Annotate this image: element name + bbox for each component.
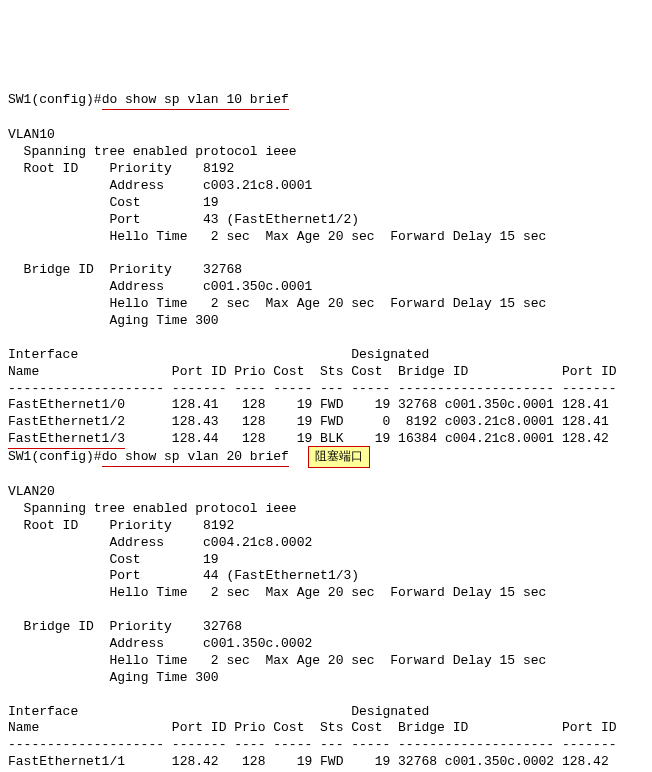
bridge-timers: Hello Time 2 sec Max Age 20 sec Forward …: [109, 296, 546, 311]
port-value: 44 (FastEthernet1/3): [203, 568, 359, 583]
table-header-2: Name Port ID Prio Cost Sts Cost Bridge I…: [8, 364, 617, 379]
port-label: Port: [109, 212, 140, 227]
table-row: FastEthernet1/2 128.43 128 19 FWD 0 8192…: [8, 414, 609, 429]
port-label: Port: [109, 568, 140, 583]
table-separator: -------------------- ------- ---- ----- …: [8, 737, 617, 752]
address-label: Address: [109, 535, 164, 550]
table-row: FastEthernet1/1 128.42 128 19 FWD 19 327…: [8, 754, 609, 769]
root-timers: Hello Time 2 sec Max Age 20 sec Forward …: [109, 585, 546, 600]
priority-value: 8192: [203, 518, 234, 533]
address-value: c003.21c8.0001: [203, 178, 312, 193]
table-row-rest: 19 16384 c004.21c8.0001 128.42: [343, 431, 608, 446]
command-text: do show sp vlan 10 brief: [102, 92, 289, 110]
bridge-timers: Hello Time 2 sec Max Age 20 sec Forward …: [109, 653, 546, 668]
command-text: do show sp vlan 20 brief: [102, 449, 289, 467]
table-separator: -------------------- ------- ---- ----- …: [8, 381, 617, 396]
address-value: c001.350c.0002: [203, 636, 312, 651]
vlan-header: VLAN20: [8, 484, 55, 499]
root-id-label: Root ID: [8, 161, 78, 176]
address-label: Address: [109, 279, 164, 294]
vlan-header: VLAN10: [8, 127, 55, 142]
cost-label: Cost: [109, 195, 140, 210]
priority-value: 32768: [203, 262, 242, 277]
interface-name-marked: FastEthernet1/3: [8, 431, 125, 449]
priority-label: Priority: [109, 161, 171, 176]
table-header-1: Interface Designated: [8, 704, 429, 719]
callout-blocking-port: 阻塞端口: [308, 446, 370, 468]
root-id-label: Root ID: [8, 518, 78, 533]
aging-time: Aging Time 300: [109, 313, 218, 328]
address-label: Address: [109, 178, 164, 193]
bridge-id-label: Bridge ID: [8, 619, 94, 634]
prompt: SW1(config)#: [8, 92, 102, 107]
prompt: SW1(config)#: [8, 449, 102, 464]
cost-value: 19: [203, 552, 219, 567]
table-row-mid: 128.44 128 19: [125, 431, 320, 446]
bridge-id-label: Bridge ID: [8, 262, 94, 277]
stp-protocol-line: Spanning tree enabled protocol ieee: [8, 144, 297, 159]
cost-label: Cost: [109, 552, 140, 567]
priority-label: Priority: [109, 619, 171, 634]
stp-protocol-line: Spanning tree enabled protocol ieee: [8, 501, 297, 516]
aging-time: Aging Time 300: [109, 670, 218, 685]
terminal-output: SW1(config)#do show sp vlan 10 brief VLA…: [8, 76, 644, 772]
root-timers: Hello Time 2 sec Max Age 20 sec Forward …: [109, 229, 546, 244]
address-label: Address: [109, 636, 164, 651]
cost-value: 19: [203, 195, 219, 210]
table-header-2: Name Port ID Prio Cost Sts Cost Bridge I…: [8, 720, 617, 735]
priority-label: Priority: [109, 262, 171, 277]
table-row: FastEthernet1/0 128.41 128 19 FWD 19 327…: [8, 397, 609, 412]
address-value: c004.21c8.0002: [203, 535, 312, 550]
port-value: 43 (FastEthernet1/2): [203, 212, 359, 227]
priority-value: 32768: [203, 619, 242, 634]
priority-label: Priority: [109, 518, 171, 533]
priority-value: 8192: [203, 161, 234, 176]
table-header-1: Interface Designated: [8, 347, 429, 362]
address-value: c001.350c.0001: [203, 279, 312, 294]
